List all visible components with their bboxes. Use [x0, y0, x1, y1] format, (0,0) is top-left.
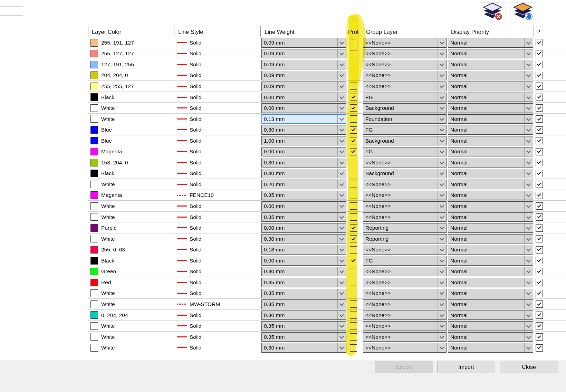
plot-checkbox[interactable]	[536, 83, 543, 90]
line-weight-select[interactable]: 0.20 mm	[261, 180, 346, 189]
line-style-name[interactable]: Solid	[190, 233, 201, 245]
plot-checkbox[interactable]	[536, 61, 543, 68]
prot-checkbox[interactable]	[350, 50, 357, 57]
plot-checkbox[interactable]	[536, 322, 543, 329]
plot-checkbox[interactable]	[536, 148, 543, 155]
plot-checkbox[interactable]	[536, 72, 543, 79]
plot-checkbox[interactable]	[536, 213, 543, 221]
prot-checkbox[interactable]	[350, 170, 357, 177]
display-priority-select[interactable]: Normal	[448, 38, 533, 48]
plot-checkbox[interactable]	[536, 159, 543, 166]
display-priority-select[interactable]: Normal	[448, 299, 533, 309]
layer-color-swatch[interactable]	[90, 93, 98, 101]
line-weight-select[interactable]: 0.18 mm	[261, 245, 346, 255]
line-style-name[interactable]: Solid	[190, 157, 201, 168]
layer-color-swatch[interactable]	[90, 224, 98, 232]
plot-checkbox[interactable]	[536, 50, 543, 57]
line-style-name[interactable]: Solid	[190, 81, 201, 92]
line-style-name[interactable]: Solid	[190, 288, 201, 299]
group-layer-select[interactable]: <<None>>	[363, 201, 447, 211]
layer-color-swatch[interactable]	[90, 300, 98, 308]
line-style-name[interactable]: Solid	[190, 201, 201, 212]
plot-checkbox[interactable]	[536, 290, 543, 297]
group-layer-select[interactable]: <<None>>	[363, 310, 447, 320]
line-style-name[interactable]: Solid	[190, 212, 201, 223]
layer-color-swatch[interactable]	[90, 311, 98, 319]
line-weight-select[interactable]: 0.09 mm	[261, 71, 346, 80]
line-style-name[interactable]: Solid	[190, 37, 201, 48]
plot-checkbox[interactable]	[536, 39, 543, 46]
prot-checkbox[interactable]	[350, 192, 357, 199]
group-layer-select[interactable]: FG	[363, 256, 447, 266]
line-weight-select[interactable]: 0.35 mm	[261, 321, 346, 331]
layer-color-swatch[interactable]	[90, 246, 98, 254]
group-layer-select[interactable]: Background	[363, 136, 447, 146]
line-weight-select[interactable]: 0.09 mm	[261, 60, 346, 69]
line-style-name[interactable]: Solid	[190, 332, 201, 343]
group-layer-select[interactable]: Reporting	[363, 234, 447, 244]
line-weight-select[interactable]: 0.09 mm	[261, 82, 346, 91]
prot-checkbox[interactable]	[350, 159, 357, 166]
group-layer-select[interactable]: <<None>>	[363, 191, 447, 200]
group-layer-select[interactable]: <<None>>	[363, 212, 447, 222]
display-priority-select[interactable]: Normal	[448, 71, 533, 80]
line-weight-select[interactable]: 0.35 mm	[261, 332, 346, 342]
prot-checkbox[interactable]	[350, 72, 357, 79]
plot-checkbox[interactable]	[536, 181, 543, 188]
layer-color-swatch[interactable]	[90, 39, 98, 47]
line-weight-select[interactable]: 0.35 mm	[261, 289, 346, 298]
line-weight-select[interactable]: 0.30 mm	[261, 267, 346, 277]
display-priority-select[interactable]: Normal	[448, 234, 533, 244]
group-layer-select[interactable]: <<None>>	[363, 289, 447, 298]
line-style-name[interactable]: Solid	[190, 114, 201, 125]
header-prot[interactable]: Prot	[348, 27, 358, 37]
layer-color-swatch[interactable]	[90, 137, 98, 144]
header-group-layer[interactable]: Group Layer	[366, 27, 398, 37]
layer-color-swatch[interactable]	[90, 257, 98, 265]
display-priority-select[interactable]: Normal	[448, 267, 533, 277]
plot-checkbox[interactable]	[536, 137, 543, 144]
plot-checkbox[interactable]	[536, 279, 543, 286]
line-weight-select[interactable]: 0.09 mm	[261, 49, 346, 59]
display-priority-select[interactable]: Normal	[448, 256, 533, 266]
filter-input[interactable]	[0, 7, 23, 16]
display-priority-select[interactable]: Normal	[448, 103, 533, 113]
group-layer-select[interactable]: <<None>>	[363, 60, 447, 69]
display-priority-select[interactable]: Normal	[448, 147, 533, 157]
layer-color-swatch[interactable]	[90, 333, 98, 341]
display-priority-select[interactable]: Normal	[448, 278, 533, 287]
layer-color-swatch[interactable]	[90, 115, 98, 123]
group-layer-select[interactable]: FG	[363, 93, 447, 102]
group-layer-select[interactable]: <<None>>	[363, 321, 447, 331]
line-weight-select[interactable]: 1.00 mm	[261, 136, 346, 146]
prot-checkbox[interactable]	[350, 148, 357, 155]
display-priority-select[interactable]: Normal	[448, 289, 533, 298]
display-priority-select[interactable]: Normal	[448, 245, 533, 255]
header-plot[interactable]: P	[536, 27, 540, 37]
line-weight-select[interactable]: 0.30 mm	[261, 310, 346, 320]
header-layer-color[interactable]: Layer Color	[92, 27, 121, 37]
header-line-style[interactable]: Line Style	[178, 27, 203, 37]
prot-checkbox[interactable]	[350, 312, 357, 319]
line-weight-select[interactable]: 0.00 mm	[261, 256, 346, 266]
prot-checkbox[interactable]	[350, 213, 357, 221]
group-layer-select[interactable]: <<None>>	[363, 343, 447, 353]
group-layer-select[interactable]: Background	[363, 103, 447, 113]
display-priority-select[interactable]: Normal	[448, 114, 533, 124]
plot-checkbox[interactable]	[536, 246, 543, 254]
prot-checkbox[interactable]	[350, 279, 357, 286]
prot-checkbox[interactable]	[350, 257, 357, 264]
plot-checkbox[interactable]	[536, 257, 543, 264]
line-weight-select[interactable]: 0.30 mm	[261, 343, 346, 353]
plot-checkbox[interactable]	[536, 202, 543, 210]
display-priority-select[interactable]: Normal	[448, 310, 533, 320]
group-layer-select[interactable]: <<None>>	[363, 245, 447, 255]
line-style-name[interactable]: Solid	[190, 92, 201, 103]
display-priority-select[interactable]: Normal	[448, 180, 533, 189]
group-layer-select[interactable]: <<None>>	[363, 158, 447, 168]
line-style-name[interactable]: Solid	[190, 124, 201, 135]
line-style-name[interactable]: Solid	[190, 222, 201, 233]
prot-checkbox[interactable]	[350, 181, 357, 188]
line-weight-select[interactable]: 0.00 mm	[261, 223, 346, 233]
line-weight-select[interactable]: 0.30 mm	[261, 234, 346, 244]
